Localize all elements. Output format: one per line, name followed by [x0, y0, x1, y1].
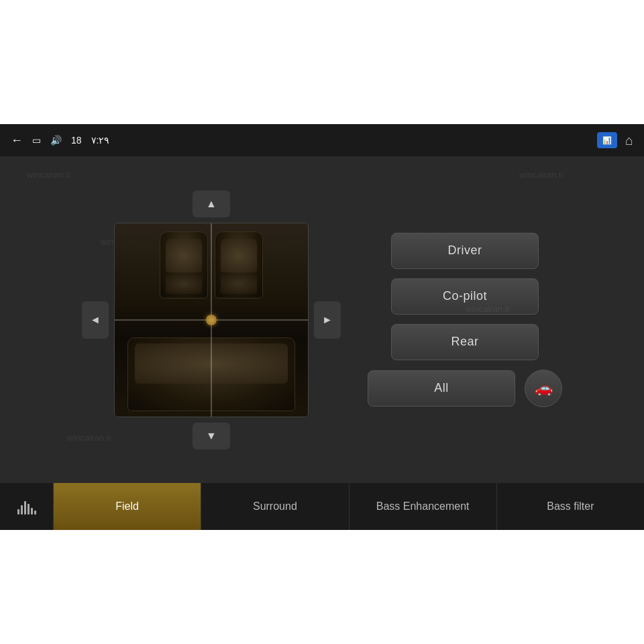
all-button[interactable]: All	[368, 370, 515, 407]
left-arrow-icon: ◄	[90, 314, 101, 326]
tab-bass-enhancement[interactable]: Bass Enhancement	[350, 483, 497, 530]
tab-field[interactable]: Field	[54, 483, 201, 530]
eq-bar-3	[24, 501, 26, 515]
tab-surround-label: Surround	[253, 500, 297, 513]
copilot-seat-visual	[215, 231, 263, 299]
tab-eq-icon[interactable]	[0, 483, 54, 530]
down-arrow-button[interactable]: ▼	[193, 423, 230, 449]
tab-bass-filter-label: Bass filter	[547, 500, 594, 513]
sound-field-panel: ▲ ◄	[82, 191, 341, 449]
car-interior-bg	[115, 223, 308, 417]
eq-bar-4	[28, 504, 30, 515]
bottom-white-space	[0, 530, 644, 644]
app-icon[interactable]: 📊	[597, 132, 617, 148]
watermark-2: wincairan.ir	[519, 170, 564, 180]
copilot-label: Co-pilot	[443, 289, 487, 303]
driver-label: Driver	[448, 244, 482, 258]
equalizer-icon	[17, 498, 36, 515]
tab-bar: Field Surround Bass Enhancement Bass fil…	[0, 483, 644, 530]
watermark-1: wincairan.ir	[27, 170, 71, 180]
volume-icon: 🔊	[50, 135, 62, 146]
driver-button[interactable]: Driver	[391, 233, 539, 269]
tab-bass-filter[interactable]: Bass filter	[497, 483, 644, 530]
tab-surround[interactable]: Surround	[201, 483, 349, 530]
rear-button[interactable]: Rear	[391, 324, 539, 360]
eq-bar-1	[17, 509, 19, 515]
eq-bar-6	[34, 511, 36, 515]
tab-bass-enhancement-label: Bass Enhancement	[376, 500, 470, 513]
front-seats-row	[160, 231, 263, 299]
eq-bar-5	[31, 508, 33, 515]
up-arrow-icon: ▲	[206, 198, 217, 210]
home-icon[interactable]: ⌂	[625, 133, 633, 148]
up-arrow-button[interactable]: ▲	[193, 191, 230, 217]
right-arrow-icon: ►	[322, 314, 333, 326]
status-bar: ← ▭ 🔊 18 ۷:۲۹ 📊 ⌂	[0, 124, 644, 156]
status-left: ← ▭ 🔊 18 ۷:۲۹	[11, 133, 109, 148]
down-arrow-icon: ▼	[206, 430, 217, 442]
driver-seat-visual	[160, 231, 208, 299]
car-interior-visual	[114, 223, 309, 417]
copilot-button[interactable]: Co-pilot	[391, 278, 539, 315]
rear-label: Rear	[451, 335, 478, 349]
top-white-space	[0, 0, 644, 124]
car-icon-button[interactable]: 🚗	[525, 370, 562, 407]
rear-seat-visual	[127, 337, 295, 411]
main-content: wincairan.ir wincairan.ir wincairan.ir w…	[0, 156, 644, 483]
car-icon: 🚗	[535, 380, 553, 397]
tab-field-label: Field	[115, 500, 139, 513]
field-middle-row: ◄	[82, 223, 341, 417]
rear-seats-row	[127, 337, 295, 411]
eq-bar-2	[21, 505, 23, 515]
all-row: All 🚗	[368, 370, 562, 407]
left-arrow-button[interactable]: ◄	[82, 301, 109, 339]
volume-level: 18	[71, 135, 82, 146]
window-icon: ▭	[32, 135, 41, 146]
all-label: All	[434, 381, 449, 395]
time-display: ۷:۲۹	[91, 135, 110, 146]
right-arrow-button[interactable]: ►	[314, 301, 341, 339]
status-right: 📊 ⌂	[597, 132, 633, 148]
position-buttons-panel: Driver Co-pilot Rear All 🚗	[368, 233, 562, 407]
back-button[interactable]: ←	[11, 133, 23, 148]
